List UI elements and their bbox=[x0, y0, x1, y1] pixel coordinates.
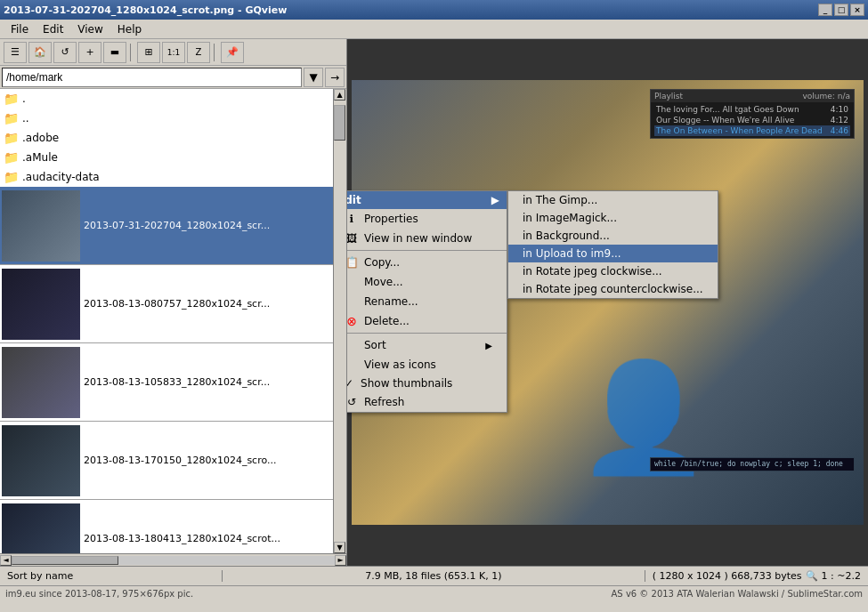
image-info: ( 1280 x 1024 ) 668,733 bytes bbox=[653, 570, 802, 582]
scroll-left-button[interactable]: ◄ bbox=[0, 555, 12, 566]
context-label-thumbnails: Show thumbnails bbox=[361, 377, 452, 390]
context-label-copy: Copy... bbox=[364, 256, 400, 269]
refresh-icon: ↺ bbox=[61, 46, 69, 58]
context-item-sort[interactable]: Sort ▶ bbox=[347, 335, 507, 355]
thumb-item-4[interactable]: 2013-08-13-180413_1280x1024_scrot... bbox=[0, 500, 333, 553]
menu-file[interactable]: File bbox=[4, 21, 36, 37]
scroll-right-button[interactable]: ► bbox=[335, 555, 346, 566]
context-item-refresh[interactable]: ↺ Refresh bbox=[347, 392, 507, 412]
main-container: ☰ 🏠 ↺ + ▬ ⊞ 1:1 Z bbox=[0, 39, 868, 566]
pin-button[interactable]: 📌 bbox=[221, 42, 244, 63]
folder-name: .aMule bbox=[22, 151, 58, 164]
folder-item-current[interactable]: 📁 . bbox=[0, 89, 333, 109]
context-item-rename[interactable]: Rename... bbox=[347, 292, 507, 311]
scroll-up-button[interactable]: ▲ bbox=[334, 89, 345, 101]
copy-icon: 📋 bbox=[347, 255, 359, 270]
track-text-1: Our Slogge -- When We're All Alive bbox=[656, 116, 794, 125]
infobar-right: AS v6 © 2013 ATA Walerian Walawski / Sub… bbox=[612, 589, 863, 599]
folder-item-adobe[interactable]: 📁 .adobe bbox=[0, 128, 333, 148]
h-scroll-track[interactable] bbox=[12, 556, 335, 565]
music-player-title: Playlist bbox=[654, 92, 683, 101]
track-text-0: The loving For... All tgat Goes Down bbox=[656, 105, 799, 114]
go-button[interactable]: → bbox=[325, 68, 345, 87]
menu-view[interactable]: View bbox=[70, 21, 110, 37]
pathbar: ▼ → bbox=[0, 66, 346, 89]
h-scroll-thumb[interactable] bbox=[12, 556, 118, 565]
view-list-button[interactable]: ☰ bbox=[4, 42, 27, 63]
submenu-item-imagemagick[interactable]: in ImageMagick... bbox=[508, 209, 718, 227]
submenu-item-upload[interactable]: in Upload to im9... bbox=[508, 245, 718, 262]
infobar-left: im9.eu since 2013-08-17, 975×676px pic. bbox=[5, 589, 612, 599]
zoom-fit-button[interactable]: ⊞ bbox=[137, 42, 160, 63]
context-item-copy[interactable]: 📋 Copy... bbox=[347, 253, 507, 272]
context-item-view-icons[interactable]: View as icons bbox=[347, 355, 507, 374]
context-item-move[interactable]: Move... bbox=[347, 272, 507, 292]
status-image: ( 1280 x 1024 ) 668,733 bytes 🔍 1 : ~2.2 bbox=[645, 570, 868, 582]
folder-icon: 📁 bbox=[4, 92, 19, 106]
titlebar: 2013-07-31-202704_1280x1024_scrot.png - … bbox=[0, 0, 868, 20]
path-input[interactable] bbox=[2, 68, 302, 87]
track-text-2: The On Between - When People Are Dead bbox=[656, 126, 823, 135]
close-button[interactable]: × bbox=[850, 4, 864, 16]
zoom-custom-button[interactable]: Z bbox=[187, 42, 210, 63]
horizontal-scrollbar[interactable]: ◄ ► bbox=[0, 553, 346, 566]
scroll-thumb[interactable] bbox=[334, 105, 345, 141]
folder-icon: 📁 bbox=[4, 111, 19, 125]
context-item-delete[interactable]: ⊗ Delete... bbox=[347, 311, 507, 331]
delete-icon: ▬ bbox=[110, 46, 119, 58]
sort-submenu-arrow: ▶ bbox=[485, 341, 492, 350]
thumb-label-1: 2013-08-13-080757_1280x1024_scr... bbox=[84, 298, 331, 310]
folder-item-parent[interactable]: 📁 .. bbox=[0, 109, 333, 128]
context-label-move: Move... bbox=[364, 276, 403, 288]
vertical-scrollbar[interactable]: ▲ ▼ bbox=[333, 89, 346, 553]
context-item-view-new-window[interactable]: 🖼 View in new window bbox=[347, 229, 507, 248]
submenu-item-rotate-ccw[interactable]: in Rotate jpeg counterclockwise... bbox=[508, 280, 718, 298]
thumb-item-1[interactable]: 2013-08-13-080757_1280x1024_scr... bbox=[0, 265, 333, 343]
zoom-1-button[interactable]: 1:1 bbox=[162, 42, 185, 63]
submenu-item-background[interactable]: in Background... bbox=[508, 227, 718, 245]
context-item-show-thumbnails[interactable]: ✓ Show thumbnails bbox=[347, 374, 507, 392]
zoom-fit-icon: ⊞ bbox=[144, 46, 152, 58]
thumb-item-2[interactable]: 2013-08-13-105833_1280x1024_scr... bbox=[0, 343, 333, 422]
view-icons-icon bbox=[347, 358, 359, 372]
menubar: File Edit View Help bbox=[0, 20, 868, 39]
thumb-label-0: 2013-07-31-202704_1280x1024_scr... bbox=[84, 220, 331, 231]
folder-icon: 📁 bbox=[4, 170, 19, 184]
rename-icon bbox=[347, 294, 359, 309]
zoom-1-icon: 1:1 bbox=[167, 48, 180, 57]
scroll-track[interactable] bbox=[334, 101, 346, 542]
sort-label: Sort by name bbox=[7, 570, 73, 582]
menu-help[interactable]: Help bbox=[110, 21, 149, 37]
folder-icon: 📁 bbox=[4, 131, 19, 145]
sort-icon bbox=[347, 338, 359, 352]
scroll-down-button[interactable]: ▼ bbox=[334, 542, 345, 553]
track-time-0: 4:10 bbox=[831, 105, 848, 114]
thumb-item-3[interactable]: 2013-08-13-170150_1280x1024_scro... bbox=[0, 422, 333, 500]
folder-item-audacity[interactable]: 📁 .audacity-data bbox=[0, 167, 333, 187]
track-time-1: 4:12 bbox=[831, 116, 848, 125]
thumb-item-0[interactable]: 2013-07-31-202704_1280x1024_scr... bbox=[0, 187, 333, 265]
music-track-1: Our Slogge -- When We're All Alive 4:12 bbox=[654, 115, 850, 125]
context-sep-1 bbox=[347, 250, 507, 251]
new-folder-button[interactable]: + bbox=[78, 42, 101, 63]
folder-item-amule[interactable]: 📁 .aMule bbox=[0, 148, 333, 167]
submenu-label-rotate-cw: in Rotate jpeg clockwise... bbox=[523, 265, 662, 278]
dropdown-button[interactable]: ▼ bbox=[304, 68, 323, 87]
home-button[interactable]: 🏠 bbox=[28, 42, 52, 63]
submenu-item-rotate-cw[interactable]: in Rotate jpeg clockwise... bbox=[508, 262, 718, 280]
zoom-icon: 🔍 bbox=[806, 570, 818, 582]
move-icon bbox=[347, 275, 359, 289]
minimize-button[interactable]: _ bbox=[818, 4, 832, 16]
menu-edit[interactable]: Edit bbox=[36, 21, 70, 37]
properties-icon: ℹ bbox=[347, 212, 359, 226]
toolbar-sep1 bbox=[130, 44, 134, 61]
terminal-line-0: while /bin/true; do nowplay c; sleep 1; … bbox=[654, 460, 850, 469]
check-icon: ✓ bbox=[347, 377, 353, 390]
context-menu-close: ▶ bbox=[491, 194, 499, 206]
context-item-properties[interactable]: ℹ Properties bbox=[347, 209, 507, 229]
submenu-item-gimp[interactable]: in The Gimp... bbox=[508, 191, 718, 209]
thumb-label-3: 2013-08-13-170150_1280x1024_scro... bbox=[84, 455, 331, 466]
refresh-button[interactable]: ↺ bbox=[53, 42, 77, 63]
maximize-button[interactable]: □ bbox=[834, 4, 848, 16]
delete-button[interactable]: ▬ bbox=[103, 42, 126, 63]
